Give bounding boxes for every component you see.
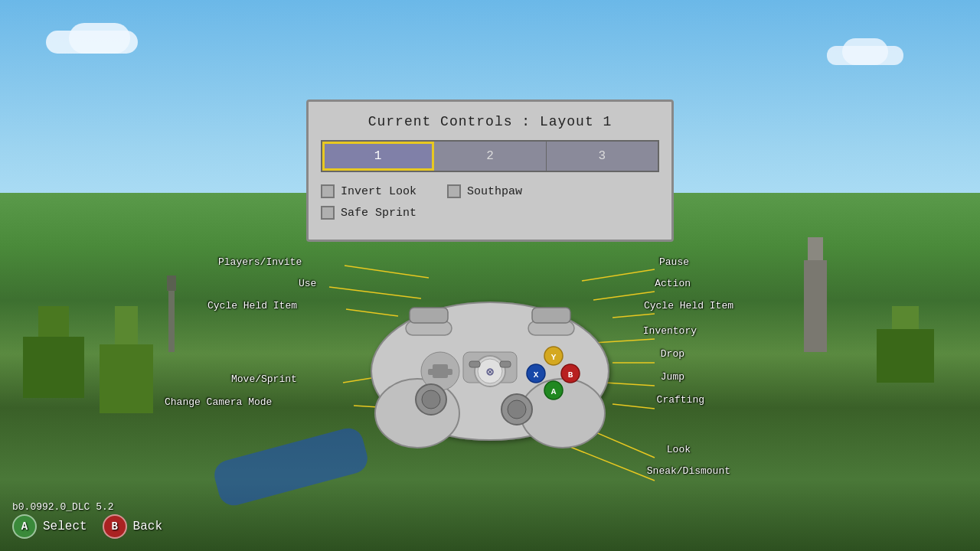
label-jump: Jump [661,371,684,383]
safe-sprint-checkbox[interactable]: Safe Sprint [321,206,416,220]
svg-text:A: A [551,387,557,396]
svg-point-31 [508,400,526,419]
label-action: Action [655,278,691,289]
svg-rect-40 [469,361,480,367]
select-action: A Select [12,514,87,539]
btn-a-circle: A [12,514,37,539]
panel-title: Current Controls : Layout 1 [321,114,659,129]
bottom-bar: A Select B Back [12,514,162,539]
svg-text:X: X [534,370,539,380]
back-label: Back [133,520,162,533]
southpaw-checkbox[interactable]: Southpaw [447,184,522,198]
options-row-1: Invert Look Southpaw [321,184,659,198]
label-cycle-held-item-right: Cycle Held Item [644,300,733,311]
svg-rect-41 [500,361,511,367]
safe-sprint-label: Safe Sprint [341,207,416,220]
svg-rect-24 [532,308,570,323]
label-drop: Drop [661,348,684,360]
southpaw-label: Southpaw [467,185,522,198]
tab-layout-1[interactable]: 1 [322,142,434,171]
back-action: B Back [103,514,162,539]
btn-b-circle: B [103,514,127,539]
label-pause: Pause [659,256,689,268]
southpaw-checkbox-box [447,184,461,198]
safe-sprint-checkbox-box [321,206,335,220]
invert-look-checkbox-box [321,184,335,198]
tab-layout-3[interactable]: 3 [547,142,658,171]
label-cycle-held-item-left: Cycle Held Item [207,300,297,311]
invert-look-label: Invert Look [341,185,416,198]
label-look: Look [667,444,691,455]
tab-layout-2[interactable]: 2 [434,142,546,171]
svg-text:⊗: ⊗ [486,366,494,380]
svg-rect-23 [410,308,448,323]
controller-diagram: ⊗ Y X B [348,253,632,452]
label-move-sprint: Move/Sprint [231,373,297,385]
label-sneak-dismount: Sneak/Dismount [647,465,730,477]
label-change-camera-mode: Change Camera Mode [165,396,272,408]
version-text: b0.0992.0_DLC 5.2 [12,501,114,513]
label-use: Use [299,278,316,289]
label-crafting: Crafting [657,394,704,406]
svg-text:Y: Y [551,353,557,362]
layout-tabs: 1 2 3 [321,140,659,172]
btn-b-label: B [111,520,117,533]
label-players-invite: Players/Invite [218,256,302,268]
label-inventory: Inventory [643,325,697,337]
svg-text:B: B [568,370,573,380]
controller-svg: ⊗ Y X B [348,253,632,452]
svg-point-29 [422,390,440,409]
svg-rect-27 [428,369,452,375]
invert-look-checkbox[interactable]: Invert Look [321,184,416,198]
select-label: Select [43,520,87,533]
options-row-2: Safe Sprint [321,206,659,220]
btn-a-label: A [21,520,28,533]
controls-panel: Current Controls : Layout 1 1 2 3 Invert… [306,99,674,242]
